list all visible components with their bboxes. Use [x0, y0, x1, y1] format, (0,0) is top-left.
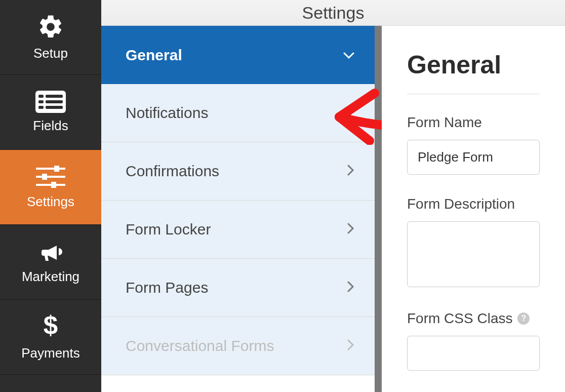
menu-header-label: General — [126, 47, 182, 64]
chevron-right-icon — [347, 280, 354, 296]
field-form-description: Form Description — [407, 196, 540, 289]
chevron-right-icon — [347, 105, 354, 121]
sidebar-item-setup[interactable]: Setup — [0, 0, 101, 75]
sidebar-item-payments[interactable]: $ Payments — [0, 300, 101, 375]
field-form-css-class: Form CSS Class ? — [407, 310, 540, 371]
menu-item-notifications[interactable]: Notifications — [101, 84, 375, 142]
sidebar-item-label: Marketing — [22, 269, 79, 285]
field-form-name: Form Name — [407, 114, 540, 175]
svg-rect-9 — [36, 184, 65, 186]
menu-item-form-locker[interactable]: Form Locker — [101, 201, 375, 259]
form-heading: General — [407, 50, 540, 94]
sidebar: Setup Fields Settings Marketing $ — [0, 0, 101, 392]
page-title: Settings — [302, 3, 365, 23]
menu-item-label: Form Pages — [126, 279, 208, 296]
form-name-label: Form Name — [407, 114, 540, 131]
menu-item-label: Confirmations — [126, 163, 219, 180]
sidebar-item-label: Payments — [21, 345, 80, 361]
main-panel: Settings General Notifications Confirmat… — [101, 0, 565, 392]
help-icon[interactable]: ? — [517, 312, 530, 325]
menu-item-form-pages[interactable]: Form Pages — [101, 259, 375, 317]
menu-item-conversational-forms[interactable]: Conversational Forms — [101, 317, 375, 375]
svg-text:$: $ — [44, 313, 58, 340]
chevron-right-icon — [347, 338, 354, 354]
svg-rect-6 — [46, 106, 63, 109]
sidebar-item-label: Setup — [33, 46, 68, 61]
form-css-input[interactable] — [407, 336, 540, 371]
menu-item-label: Notifications — [126, 104, 208, 122]
svg-rect-11 — [42, 174, 47, 180]
svg-rect-12 — [51, 182, 56, 188]
bullhorn-icon — [36, 240, 65, 264]
svg-rect-10 — [54, 166, 59, 172]
list-icon — [35, 91, 66, 113]
sliders-icon — [36, 165, 65, 189]
form-panel: General Form Name Form Description Form … — [382, 26, 565, 392]
form-description-input[interactable] — [407, 221, 540, 287]
svg-rect-5 — [38, 106, 44, 109]
settings-menu: General Notifications Confirmations Form… — [101, 26, 375, 392]
page-title-bar: Settings — [101, 0, 565, 26]
sidebar-item-fields[interactable]: Fields — [0, 75, 101, 150]
chevron-down-icon — [343, 47, 354, 63]
dollar-icon: $ — [42, 313, 60, 340]
svg-rect-4 — [46, 100, 63, 103]
svg-rect-7 — [36, 168, 65, 170]
form-description-label: Form Description — [407, 196, 540, 212]
sidebar-item-label: Settings — [27, 194, 74, 210]
form-css-label: Form CSS Class — [407, 310, 512, 327]
menu-item-label: Conversational Forms — [126, 337, 274, 355]
svg-rect-3 — [38, 100, 44, 103]
form-name-input[interactable] — [407, 140, 540, 175]
sidebar-item-marketing[interactable]: Marketing — [0, 225, 101, 300]
column-divider — [375, 26, 382, 392]
svg-rect-2 — [46, 95, 63, 98]
sidebar-item-settings[interactable]: Settings — [0, 150, 101, 225]
svg-rect-8 — [36, 176, 65, 178]
chevron-right-icon — [347, 222, 354, 238]
menu-item-label: Form Locker — [126, 221, 211, 238]
svg-rect-1 — [38, 95, 44, 98]
menu-item-confirmations[interactable]: Confirmations — [101, 142, 375, 201]
chevron-right-icon — [347, 164, 354, 179]
gear-icon — [37, 13, 64, 41]
menu-header-general[interactable]: General — [101, 26, 375, 84]
sidebar-item-label: Fields — [33, 118, 68, 134]
